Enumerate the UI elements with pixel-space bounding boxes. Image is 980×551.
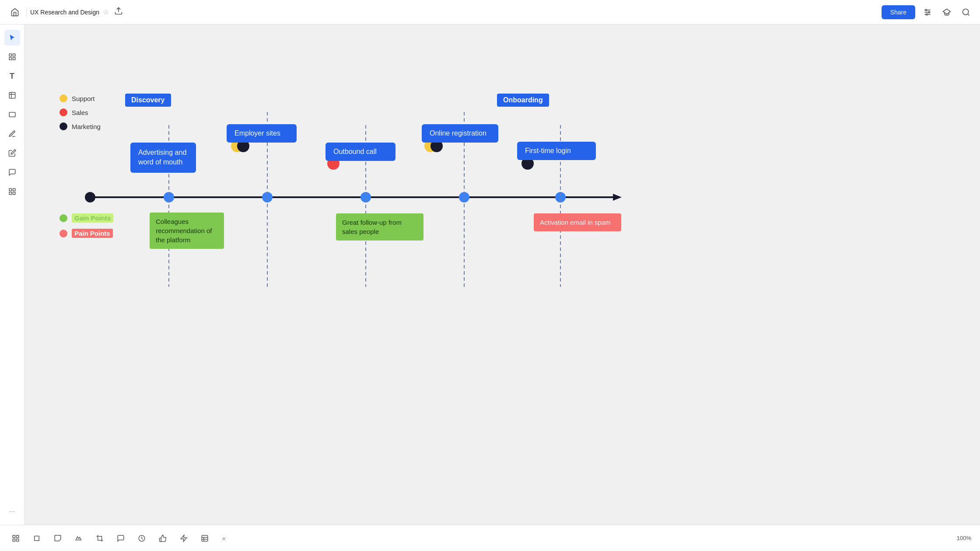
svg-point-6 [926, 14, 928, 15]
svg-point-4 [925, 9, 927, 10]
svg-rect-53 [202, 535, 208, 541]
svg-rect-13 [9, 92, 15, 98]
gain-item: Gain Points [60, 213, 113, 223]
pain-dot [60, 230, 67, 237]
svg-point-32 [555, 192, 566, 202]
note-spam[interactable]: Activation email in spam [534, 213, 621, 231]
svg-rect-19 [9, 192, 11, 195]
support-dot [60, 94, 67, 102]
svg-rect-18 [13, 188, 15, 191]
touchpoint-employer-sites[interactable]: Employer sites [227, 124, 297, 143]
marketing-dot [60, 122, 67, 130]
sidebar: T ··· [0, 24, 24, 525]
svg-rect-10 [13, 54, 15, 56]
comment-tool[interactable] [4, 164, 20, 180]
pain-item: Pain Points [60, 229, 113, 238]
frame-tool-bottom[interactable] [30, 531, 44, 545]
zoom-level: 100% [957, 535, 971, 541]
phase-onboarding: Onboarding [497, 94, 549, 107]
svg-marker-22 [613, 194, 622, 201]
svg-rect-9 [9, 54, 11, 56]
svg-rect-17 [9, 188, 11, 191]
sticky-tool-bottom[interactable] [51, 531, 65, 545]
note-followup[interactable]: Great follow-up from sales people [336, 213, 424, 241]
touchpoint-online-registration[interactable]: Online registration [422, 124, 498, 143]
layout-tool-bottom[interactable] [198, 531, 212, 545]
touchpoint-first-login[interactable]: First-time login [517, 142, 596, 160]
canvas: Support Sales Marketing Gain Points Pain… [24, 24, 980, 525]
upload-icon[interactable] [114, 7, 123, 17]
home-button[interactable] [7, 4, 23, 20]
pen-tool[interactable] [4, 126, 20, 142]
cursor-tool[interactable] [4, 30, 20, 45]
bottom-toolbar: « 100% [0, 525, 980, 551]
note-colleagues[interactable]: Colleagues recommendation of the platfor… [150, 213, 224, 249]
svg-point-26 [262, 192, 273, 202]
edit-tool[interactable] [4, 145, 20, 161]
gain-pain-legend: Gain Points Pain Points [60, 213, 113, 238]
timer-tool-bottom[interactable] [135, 531, 149, 545]
svg-rect-45 [13, 535, 15, 537]
shape-tool-bottom[interactable] [72, 531, 86, 545]
page-title: UX Research and Design [30, 9, 99, 16]
svg-rect-49 [35, 536, 39, 541]
collapse-toolbar[interactable]: « [222, 535, 226, 542]
svg-rect-12 [13, 58, 15, 60]
frame-tool[interactable] [4, 87, 20, 103]
topbar-right: Share [882, 5, 973, 19]
legend-marketing: Marketing [60, 122, 101, 130]
marketing-label: Marketing [72, 123, 101, 130]
grid-tool[interactable] [4, 184, 20, 199]
pain-label: Pain Points [72, 229, 113, 238]
sales-label: Sales [72, 109, 88, 116]
legend: Support Sales Marketing [60, 94, 101, 130]
board-tool[interactable] [4, 49, 20, 65]
touchpoint-advertising[interactable]: Advertising and word of mouth [130, 143, 196, 173]
svg-point-23 [85, 192, 95, 202]
search-icon[interactable] [959, 5, 973, 19]
cap-icon[interactable] [940, 5, 954, 19]
crop-tool-bottom[interactable] [93, 531, 107, 545]
star-icon[interactable]: ☆ [103, 8, 109, 16]
svg-rect-11 [9, 58, 11, 60]
more-tools[interactable]: ··· [4, 504, 20, 520]
share-button[interactable]: Share [882, 5, 915, 19]
legend-support: Support [60, 94, 101, 102]
settings-icon[interactable] [920, 5, 934, 19]
svg-rect-47 [13, 539, 15, 541]
svg-rect-46 [17, 535, 19, 537]
support-label: Support [72, 95, 95, 102]
svg-rect-50 [98, 536, 102, 540]
rect-tool[interactable] [4, 107, 20, 122]
sales-dot [60, 108, 67, 116]
svg-point-24 [164, 192, 174, 202]
svg-marker-52 [181, 535, 187, 541]
svg-rect-16 [9, 112, 15, 117]
svg-point-30 [459, 192, 469, 202]
svg-point-28 [360, 192, 371, 202]
gain-label: Gain Points [72, 213, 113, 223]
chat-tool-bottom[interactable] [114, 531, 128, 545]
touchpoint-outbound-call[interactable]: Outbound call [326, 143, 396, 161]
svg-line-8 [968, 14, 970, 15]
thumb-tool-bottom[interactable] [156, 531, 170, 545]
topbar: UX Research and Design ☆ Share [0, 0, 980, 24]
text-tool[interactable]: T [4, 68, 20, 84]
gain-dot [60, 214, 67, 222]
topbar-divider [26, 7, 27, 17]
bolt-tool-bottom[interactable] [177, 531, 191, 545]
svg-point-5 [928, 11, 930, 13]
grid-tool-bottom[interactable] [9, 531, 23, 545]
svg-rect-48 [17, 539, 19, 541]
svg-point-7 [963, 9, 969, 14]
legend-sales: Sales [60, 108, 101, 116]
phase-discovery: Discovery [125, 94, 171, 107]
svg-rect-20 [13, 192, 15, 195]
